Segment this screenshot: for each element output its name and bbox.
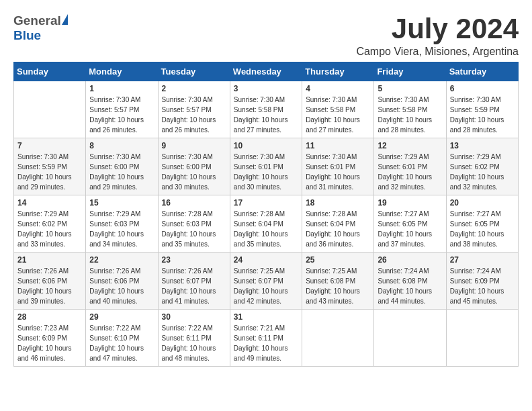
- calendar-cell: 15 Sunrise: 7:29 AMSunset: 6:03 PMDaylig…: [86, 195, 158, 253]
- day-info: Sunrise: 7:27 AMSunset: 6:05 PMDaylight:…: [450, 210, 504, 248]
- day-info: Sunrise: 7:30 AMSunset: 5:59 PMDaylight:…: [17, 153, 72, 191]
- day-info: Sunrise: 7:30 AMSunset: 5:59 PMDaylight:…: [450, 96, 504, 134]
- calendar-cell: 24 Sunrise: 7:25 AMSunset: 6:07 PMDaylig…: [230, 253, 302, 310]
- calendar-cell: 6 Sunrise: 7:30 AMSunset: 5:59 PMDayligh…: [446, 81, 518, 138]
- month-year-title: July 2024: [356, 13, 519, 44]
- calendar-cell: 22 Sunrise: 7:26 AMSunset: 6:06 PMDaylig…: [86, 253, 158, 310]
- day-number: 12: [378, 141, 442, 150]
- calendar-cell: 31 Sunrise: 7:21 AMSunset: 6:11 PMDaylig…: [230, 310, 302, 367]
- calendar-cell: 9 Sunrise: 7:30 AMSunset: 6:00 PMDayligh…: [158, 138, 230, 195]
- week-row-2: 7 Sunrise: 7:30 AMSunset: 5:59 PMDayligh…: [14, 138, 519, 195]
- calendar-cell: 14 Sunrise: 7:29 AMSunset: 6:02 PMDaylig…: [14, 195, 86, 253]
- calendar-cell: 20 Sunrise: 7:27 AMSunset: 6:05 PMDaylig…: [446, 195, 518, 253]
- day-info: Sunrise: 7:28 AMSunset: 6:03 PMDaylight:…: [162, 210, 216, 248]
- weekday-header-tuesday: Tuesday: [158, 62, 230, 81]
- day-number: 25: [306, 255, 370, 265]
- day-info: Sunrise: 7:29 AMSunset: 6:03 PMDaylight:…: [89, 210, 144, 248]
- day-info: Sunrise: 7:26 AMSunset: 6:07 PMDaylight:…: [162, 267, 216, 305]
- calendar-cell: 5 Sunrise: 7:30 AMSunset: 5:58 PMDayligh…: [374, 81, 446, 138]
- day-number: 11: [306, 141, 370, 150]
- day-info: Sunrise: 7:28 AMSunset: 6:04 PMDaylight:…: [234, 210, 288, 248]
- calendar-table: SundayMondayTuesdayWednesdayThursdayFrid…: [13, 62, 519, 367]
- day-info: Sunrise: 7:21 AMSunset: 6:11 PMDaylight:…: [234, 324, 288, 362]
- weekday-header-thursday: Thursday: [302, 62, 374, 81]
- day-number: 28: [17, 312, 82, 322]
- day-info: Sunrise: 7:30 AMSunset: 6:00 PMDaylight:…: [162, 153, 216, 191]
- day-number: 13: [450, 141, 515, 150]
- calendar-cell: [14, 81, 86, 138]
- week-row-4: 21 Sunrise: 7:26 AMSunset: 6:06 PMDaylig…: [14, 253, 519, 310]
- calendar-cell: 23 Sunrise: 7:26 AMSunset: 6:07 PMDaylig…: [158, 253, 230, 310]
- day-info: Sunrise: 7:26 AMSunset: 6:06 PMDaylight:…: [17, 267, 72, 305]
- calendar-cell: 7 Sunrise: 7:30 AMSunset: 5:59 PMDayligh…: [14, 138, 86, 195]
- logo-triangle-icon: [62, 14, 68, 25]
- calendar-cell: 2 Sunrise: 7:30 AMSunset: 5:57 PMDayligh…: [158, 81, 230, 138]
- week-row-3: 14 Sunrise: 7:29 AMSunset: 6:02 PMDaylig…: [14, 195, 519, 253]
- day-number: 2: [162, 84, 226, 93]
- page-header: General Blue July 2024 Campo Viera, Misi…: [13, 13, 519, 58]
- day-info: Sunrise: 7:24 AMSunset: 6:08 PMDaylight:…: [378, 267, 432, 305]
- calendar-cell: 12 Sunrise: 7:29 AMSunset: 6:01 PMDaylig…: [374, 138, 446, 195]
- calendar-cell: 16 Sunrise: 7:28 AMSunset: 6:03 PMDaylig…: [158, 195, 230, 253]
- day-number: 9: [162, 141, 226, 150]
- calendar-cell: [446, 310, 518, 367]
- weekday-header-sunday: Sunday: [14, 62, 86, 81]
- day-number: 10: [234, 141, 298, 150]
- day-info: Sunrise: 7:22 AMSunset: 6:10 PMDaylight:…: [89, 324, 144, 362]
- calendar-cell: [374, 310, 446, 367]
- day-number: 31: [234, 312, 298, 322]
- logo-general: General: [13, 13, 61, 28]
- day-info: Sunrise: 7:30 AMSunset: 6:00 PMDaylight:…: [89, 153, 144, 191]
- location-subtitle: Campo Viera, Misiones, Argentina: [356, 46, 519, 58]
- day-number: 14: [17, 198, 82, 208]
- calendar-cell: 3 Sunrise: 7:30 AMSunset: 5:58 PMDayligh…: [230, 81, 302, 138]
- day-number: 3: [234, 84, 298, 93]
- calendar-cell: 18 Sunrise: 7:28 AMSunset: 6:04 PMDaylig…: [302, 195, 374, 253]
- calendar-cell: 17 Sunrise: 7:28 AMSunset: 6:04 PMDaylig…: [230, 195, 302, 253]
- calendar-cell: 13 Sunrise: 7:29 AMSunset: 6:02 PMDaylig…: [446, 138, 518, 195]
- day-info: Sunrise: 7:28 AMSunset: 6:04 PMDaylight:…: [306, 210, 360, 248]
- day-number: 16: [162, 198, 226, 208]
- day-info: Sunrise: 7:26 AMSunset: 6:06 PMDaylight:…: [89, 267, 144, 305]
- day-info: Sunrise: 7:27 AMSunset: 6:05 PMDaylight:…: [378, 210, 432, 248]
- day-info: Sunrise: 7:29 AMSunset: 6:02 PMDaylight:…: [450, 153, 504, 191]
- weekday-header-monday: Monday: [86, 62, 158, 81]
- day-info: Sunrise: 7:29 AMSunset: 6:02 PMDaylight:…: [17, 210, 72, 248]
- day-info: Sunrise: 7:30 AMSunset: 5:58 PMDaylight:…: [234, 96, 288, 134]
- day-info: Sunrise: 7:30 AMSunset: 6:01 PMDaylight:…: [306, 153, 360, 191]
- weekday-header-row: SundayMondayTuesdayWednesdayThursdayFrid…: [14, 62, 519, 81]
- calendar-cell: 21 Sunrise: 7:26 AMSunset: 6:06 PMDaylig…: [14, 253, 86, 310]
- day-number: 15: [89, 198, 154, 208]
- week-row-5: 28 Sunrise: 7:23 AMSunset: 6:09 PMDaylig…: [14, 310, 519, 367]
- logo: General Blue: [13, 13, 68, 43]
- day-number: 22: [89, 255, 154, 265]
- calendar-cell: 19 Sunrise: 7:27 AMSunset: 6:05 PMDaylig…: [374, 195, 446, 253]
- day-info: Sunrise: 7:30 AMSunset: 5:58 PMDaylight:…: [306, 96, 360, 134]
- calendar-cell: 27 Sunrise: 7:24 AMSunset: 6:09 PMDaylig…: [446, 253, 518, 310]
- day-number: 20: [450, 198, 515, 208]
- day-number: 23: [162, 255, 226, 265]
- weekday-header-friday: Friday: [374, 62, 446, 81]
- day-info: Sunrise: 7:23 AMSunset: 6:09 PMDaylight:…: [17, 324, 72, 362]
- day-number: 8: [89, 141, 154, 150]
- day-number: 7: [17, 141, 82, 150]
- day-info: Sunrise: 7:25 AMSunset: 6:07 PMDaylight:…: [234, 267, 288, 305]
- day-number: 21: [17, 255, 82, 265]
- logo-blue: Blue: [13, 28, 41, 43]
- day-number: 4: [306, 84, 370, 93]
- day-number: 19: [378, 198, 442, 208]
- weekday-header-wednesday: Wednesday: [230, 62, 302, 81]
- calendar-cell: 28 Sunrise: 7:23 AMSunset: 6:09 PMDaylig…: [14, 310, 86, 367]
- title-section: July 2024 Campo Viera, Misiones, Argenti…: [356, 13, 519, 58]
- day-number: 1: [89, 84, 154, 93]
- calendar-cell: 4 Sunrise: 7:30 AMSunset: 5:58 PMDayligh…: [302, 81, 374, 138]
- calendar-cell: 29 Sunrise: 7:22 AMSunset: 6:10 PMDaylig…: [86, 310, 158, 367]
- calendar-cell: [302, 310, 374, 367]
- day-number: 17: [234, 198, 298, 208]
- calendar-cell: 8 Sunrise: 7:30 AMSunset: 6:00 PMDayligh…: [86, 138, 158, 195]
- calendar-cell: 1 Sunrise: 7:30 AMSunset: 5:57 PMDayligh…: [86, 81, 158, 138]
- day-info: Sunrise: 7:30 AMSunset: 5:57 PMDaylight:…: [89, 96, 144, 134]
- calendar-cell: 10 Sunrise: 7:30 AMSunset: 6:01 PMDaylig…: [230, 138, 302, 195]
- day-info: Sunrise: 7:29 AMSunset: 6:01 PMDaylight:…: [378, 153, 432, 191]
- day-info: Sunrise: 7:30 AMSunset: 5:57 PMDaylight:…: [162, 96, 216, 134]
